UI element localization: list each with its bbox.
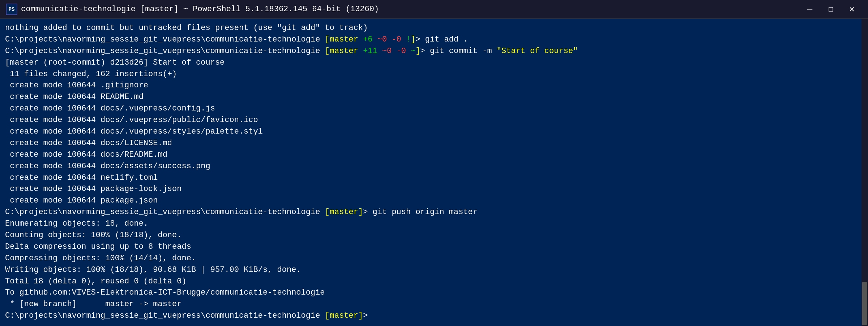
title-bar-left: PS communicatie-technologie [master] ~ P… (6, 4, 379, 15)
line-2: C:\projects\navorming_sessie_git_vuepres… (5, 34, 863, 45)
line-25: * [new branch] master -> master (5, 299, 863, 310)
line-16: create mode 100644 package.json (5, 195, 863, 207)
window-controls: ─ □ ✕ (799, 0, 862, 19)
ps-icon: PS (6, 4, 17, 15)
line-4: [master (root-commit) d213d26] Start of … (5, 57, 863, 69)
scrollbar[interactable] (861, 19, 868, 326)
line-18: Enumerating objects: 18, done. (5, 218, 863, 230)
line-6: create mode 100644 .gitignore (5, 80, 863, 91)
terminal-body: nothing added to commit but untracked fi… (0, 19, 868, 326)
line-8: create mode 100644 docs/.vuepress/config… (5, 103, 863, 114)
line-13: create mode 100644 docs/assets/success.p… (5, 161, 863, 172)
line-15: create mode 100644 package-lock.json (5, 183, 863, 195)
maximize-button[interactable]: □ (820, 0, 841, 19)
line-17: C:\projects\navorming_sessie_git_vuepres… (5, 207, 863, 218)
line-20: Delta compression using up to 8 threads (5, 241, 863, 253)
title-bar: PS communicatie-technologie [master] ~ P… (0, 0, 868, 19)
line-22: Writing objects: 100% (18/18), 90.68 KiB… (5, 264, 863, 276)
line-12: create mode 100644 docs/README.md (5, 149, 863, 161)
line-21: Compressing objects: 100% (14/14), done. (5, 253, 863, 264)
line-11: create mode 100644 docs/LICENSE.md (5, 138, 863, 149)
window-title: communicatie-technologie [master] ~ Powe… (21, 5, 379, 14)
line-19: Counting objects: 100% (18/18), done. (5, 230, 863, 241)
line-23: Total 18 (delta 0), reused 0 (delta 0) (5, 276, 863, 287)
minimize-button[interactable]: ─ (799, 0, 820, 19)
line-7: create mode 100644 README.md (5, 91, 863, 103)
line-1: nothing added to commit but untracked fi… (5, 22, 863, 34)
line-26: C:\projects\navorming_sessie_git_vuepres… (5, 310, 863, 322)
line-10: create mode 100644 docs/.vuepress/styles… (5, 126, 863, 138)
line-9: create mode 100644 docs/.vuepress/public… (5, 114, 863, 126)
line-14: create mode 100644 netlify.toml (5, 172, 863, 184)
close-button[interactable]: ✕ (841, 0, 862, 19)
line-3: C:\projects\navorming_sessie_git_vuepres… (5, 45, 863, 57)
line-5: 11 files changed, 162 insertions(+) (5, 69, 863, 80)
line-24: To github.com:VIVES-Elektronica-ICT-Brug… (5, 287, 863, 299)
scrollbar-thumb[interactable] (862, 282, 867, 325)
